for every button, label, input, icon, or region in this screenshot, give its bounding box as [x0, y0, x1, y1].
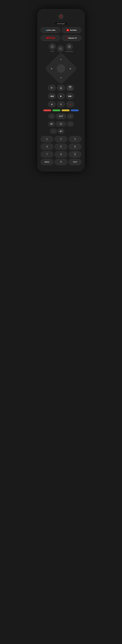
info-icon: i [51, 45, 54, 48]
record-button[interactable]: ● [66, 101, 74, 107]
num9-label: 9 [74, 153, 76, 156]
sources-button[interactable] [66, 43, 73, 50]
pause-button[interactable]: ⏸ [57, 101, 65, 107]
channel-down-button[interactable]: − [67, 121, 74, 126]
num5-button[interactable]: 5 [55, 144, 67, 150]
pause-icon: ⏸ [60, 103, 62, 106]
sources-button-wrap: SOURCES [65, 43, 73, 52]
green-button[interactable] [52, 110, 60, 111]
app-row-2: NETFLIX R Rakuten TV [41, 35, 81, 41]
num7-button[interactable]: 7 [41, 151, 53, 158]
record-icon: ● [70, 103, 71, 106]
fastforward-icon: ▶▶ [68, 95, 72, 97]
function-buttons-row: i INFO [41, 43, 81, 52]
channel-group: + [67, 114, 74, 119]
num3-label: 3 [74, 138, 76, 140]
exit-button[interactable]: EXIT [56, 114, 66, 119]
num4-label: 4 [46, 145, 48, 148]
rakuten-button[interactable]: R Rakuten TV [62, 35, 81, 41]
volume-up-icon: + [51, 115, 52, 118]
menu-icon-button[interactable] [56, 121, 66, 126]
mute-button[interactable] [57, 128, 65, 134]
dpad-up-arrow: ▲ [60, 58, 62, 60]
text-button[interactable]: TEXT [69, 159, 81, 165]
search-icon [59, 47, 62, 50]
num8-button[interactable]: 8 [55, 151, 67, 158]
back-icon [50, 86, 53, 89]
num2-button[interactable]: 2 [55, 136, 67, 142]
yellow-button[interactable] [62, 110, 70, 111]
num3-button[interactable]: 3 [69, 136, 81, 142]
num0-button[interactable]: 0 [55, 159, 67, 165]
tvguide-icon [69, 86, 72, 88]
dpad: ▲ ▼ ◀ ▶ [48, 56, 74, 82]
search-button[interactable] [57, 45, 64, 52]
vol-exit-row: + EXIT + [41, 114, 81, 119]
svg-marker-11 [50, 123, 52, 125]
youtube-button[interactable]: YouTube [62, 27, 81, 33]
num7-label: 7 [46, 153, 48, 156]
tvguide-button[interactable]: TV GUIDE [66, 85, 74, 91]
tvguide-wrap: TV GUIDE [67, 86, 73, 90]
ambilight-label: ambilight [55, 22, 67, 25]
rewind-button[interactable]: ◀◀ [48, 93, 56, 99]
subtitle-label: SUBTITLE [73, 152, 78, 153]
power-button[interactable] [58, 14, 64, 19]
dpad-right-arrow: ▶ [70, 67, 72, 70]
volume-group: + [48, 114, 55, 119]
prime-video-button[interactable]: a prime video [41, 27, 60, 33]
num2-label: 2 [60, 138, 62, 140]
num9-button[interactable]: SUBTITLE 9 TEXT [69, 151, 81, 158]
info-label: INFO [50, 51, 54, 52]
volume-icon-button[interactable] [48, 121, 55, 126]
channel-down-icon: − [70, 123, 71, 125]
volume-down-button[interactable]: − [50, 128, 57, 134]
mute-icon [60, 130, 62, 132]
dpad-ok-button[interactable] [57, 64, 65, 72]
play-button[interactable]: ▶ [57, 93, 65, 99]
youtube-triangle [67, 30, 68, 31]
red-button[interactable] [43, 110, 51, 111]
menu-button[interactable]: MENU [41, 159, 53, 165]
num5-label: 5 [60, 145, 62, 148]
volume-icon [50, 123, 53, 125]
num6-label: 6 [74, 145, 76, 148]
blue-button[interactable] [71, 110, 79, 111]
num1-button[interactable]: 1 [41, 136, 53, 142]
vol2-row: − [41, 121, 81, 126]
svg-text:i: i [52, 46, 53, 48]
back-button[interactable] [48, 85, 56, 91]
svg-rect-6 [61, 88, 61, 89]
youtube-label: YouTube [70, 29, 77, 31]
menu-btn-label: MENU [45, 161, 49, 163]
play-icon: ▶ [60, 95, 62, 97]
rakuten-label: Rakuten TV [68, 37, 77, 39]
playback-row: ◀◀ ▶ ▶▶ [41, 93, 81, 99]
num6-button[interactable]: 6 [69, 144, 81, 150]
volume-up-button[interactable]: + [48, 114, 55, 119]
menu-icon [60, 123, 62, 125]
stop-button[interactable]: ■ [48, 101, 56, 107]
remote-control: ambilight a prime video YouTube NETFLIX … [37, 9, 85, 172]
num1-label: 1 [46, 138, 48, 140]
info-button[interactable]: i [49, 43, 56, 50]
num4-button[interactable]: 4 [41, 144, 53, 150]
volume-down-icon: − [53, 130, 54, 132]
exit-label: EXIT [59, 115, 63, 117]
info-button-wrap: i INFO [49, 43, 56, 52]
netflix-button[interactable]: NETFLIX [41, 35, 60, 41]
home-icon [60, 86, 62, 89]
sources-icon [68, 45, 71, 48]
color-buttons-row [41, 110, 81, 111]
fastforward-button[interactable]: ▶▶ [66, 93, 74, 99]
channel-up-button[interactable]: + [67, 114, 74, 119]
netflix-label: NETFLIX [46, 37, 55, 40]
rewind-icon: ◀◀ [50, 95, 54, 97]
power-icon [60, 15, 62, 18]
svg-rect-7 [69, 86, 72, 87]
channel-up-icon: + [70, 115, 71, 118]
stop-row: ■ ⏸ ● [41, 101, 81, 107]
svg-rect-10 [69, 88, 72, 88]
tvguide-label: TV GUIDE [67, 89, 73, 90]
home-button[interactable] [57, 85, 65, 91]
